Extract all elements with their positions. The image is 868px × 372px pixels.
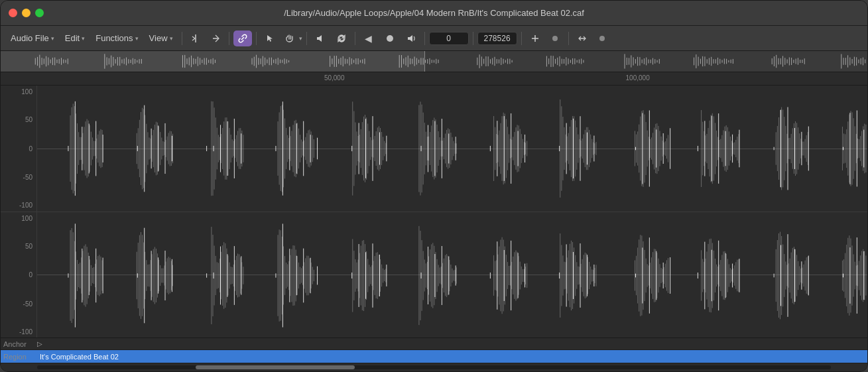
y-label-ch2-0: 0: [29, 271, 32, 279]
region-row: Region It's Complicated Beat 02: [1, 350, 867, 363]
ruler-label-50k: 50,000: [324, 74, 345, 82]
svg-marker-4: [317, 35, 322, 42]
scrollbar-track[interactable]: [37, 365, 831, 369]
waveform-container: 50,000 100,000 100 50 0 -50 -100 100 50: [1, 51, 867, 338]
scrollbar-row: [1, 363, 867, 371]
functions-label: Functions: [95, 33, 133, 43]
main-window: /Library/Audio/Apple Loops/Apple/04 Mode…: [0, 0, 868, 372]
ch1-zero-line: [37, 149, 867, 149]
edit-tools: [186, 31, 225, 46]
hand-tool[interactable]: [280, 31, 299, 46]
ch2-zero-line: [37, 275, 867, 275]
toolbar: Audio File ▾ Edit ▾ Functions ▾ View ▾: [1, 26, 867, 51]
svg-marker-6: [408, 35, 412, 42]
trim-tool[interactable]: [206, 31, 225, 46]
timeline-ruler: 50,000 100,000: [1, 72, 867, 86]
y-label-ch1-100: 100: [21, 88, 32, 95]
sep4: [306, 32, 307, 45]
window-title: /Library/Audio/Apple Loops/Apple/04 Mode…: [284, 8, 584, 18]
svg-point-11: [599, 36, 605, 41]
region-value: It's Complicated Beat 02: [37, 353, 867, 361]
speaker-button[interactable]: [402, 31, 420, 46]
transport-controls: [311, 31, 351, 46]
scrollbar-thumb[interactable]: [196, 365, 354, 369]
zoom-up-button[interactable]: [526, 31, 544, 46]
sep9: [568, 32, 569, 45]
maximize-button[interactable]: [35, 9, 44, 17]
y-label-ch2-50: 50: [25, 242, 32, 249]
sep2: [229, 32, 229, 45]
view-menu[interactable]: View ▾: [145, 31, 178, 45]
functions-menu[interactable]: Functions ▾: [91, 31, 143, 45]
selection-tools: ▾: [261, 31, 302, 46]
waveform-canvas-area[interactable]: [37, 86, 867, 338]
bottom-bar: Anchor ▷ Region It's Complicated Beat 02: [1, 338, 867, 371]
title-bar: /Library/Audio/Apple Loops/Apple/04 Mode…: [1, 1, 867, 26]
y-axis-ch1: 100 50 0 -50 -100: [1, 86, 37, 212]
sep6: [424, 32, 425, 45]
stop-button[interactable]: [381, 31, 399, 46]
rewind-button[interactable]: ◀: [359, 31, 378, 46]
anchor-row: Anchor ▷: [1, 338, 867, 350]
y-label-ch2-neg50: -50: [23, 300, 32, 307]
y-axis: 100 50 0 -50 -100 100 50 0 -50 -100: [1, 86, 37, 338]
y-label-ch1-50: 50: [25, 116, 32, 123]
cycle-button[interactable]: [332, 31, 351, 46]
sep5: [355, 32, 355, 45]
hand-tool-chevron: ▾: [299, 35, 302, 42]
y-label-ch1-0: 0: [29, 145, 32, 152]
anchor-label: Anchor: [1, 340, 37, 348]
anchor-marker: ▷: [37, 340, 42, 347]
y-label-ch1-neg50: -50: [23, 174, 32, 181]
edit-label: Edit: [65, 33, 80, 43]
settings-button[interactable]: [593, 31, 611, 46]
region-label: Region: [1, 353, 37, 361]
channel2-waveform[interactable]: [37, 212, 867, 338]
waveform-main: 100 50 0 -50 -100 100 50 0 -50 -100: [1, 86, 867, 338]
y-label-ch1-neg100: -100: [19, 202, 32, 209]
ruler-label-100k: 100,000: [626, 74, 650, 82]
view-label: View: [149, 33, 168, 43]
functions-chevron: ▾: [135, 35, 139, 42]
minimize-button[interactable]: [22, 9, 31, 17]
edit-chevron: ▾: [82, 35, 85, 42]
channel1-waveform[interactable]: [37, 86, 867, 212]
close-button[interactable]: [9, 9, 17, 17]
y-label-ch2-neg100: -100: [19, 328, 32, 335]
overview-selection: [1, 51, 425, 72]
audio-file-menu[interactable]: Audio File ▾: [6, 31, 59, 45]
edit-menu[interactable]: Edit ▾: [60, 31, 90, 45]
overview-bar[interactable]: [1, 51, 867, 72]
length-display[interactable]: 278526: [477, 32, 517, 45]
sep1: [182, 32, 182, 45]
position-display[interactable]: 0: [429, 32, 469, 45]
svg-point-5: [387, 35, 393, 42]
link-button[interactable]: [233, 31, 252, 46]
zoom-indicator[interactable]: [546, 31, 564, 46]
y-axis-ch2: 100 50 0 -50 -100: [1, 212, 37, 338]
traffic-lights: [9, 9, 44, 17]
volume-icon[interactable]: [311, 31, 330, 46]
playback-transport: ◀: [359, 31, 420, 46]
view-chevron: ▾: [170, 35, 173, 42]
sep8: [521, 32, 522, 45]
audio-file-label: Audio File: [11, 33, 49, 43]
y-label-ch2-100: 100: [21, 214, 32, 221]
svg-point-9: [552, 36, 558, 41]
svg-line-1: [192, 36, 195, 38]
audio-file-chevron: ▾: [51, 35, 54, 42]
svg-line-2: [192, 38, 195, 40]
pointer-tool[interactable]: [261, 31, 279, 46]
expand-button[interactable]: [573, 31, 591, 46]
split-tool[interactable]: [186, 31, 205, 46]
sep3: [256, 32, 257, 45]
sep7: [473, 32, 473, 45]
